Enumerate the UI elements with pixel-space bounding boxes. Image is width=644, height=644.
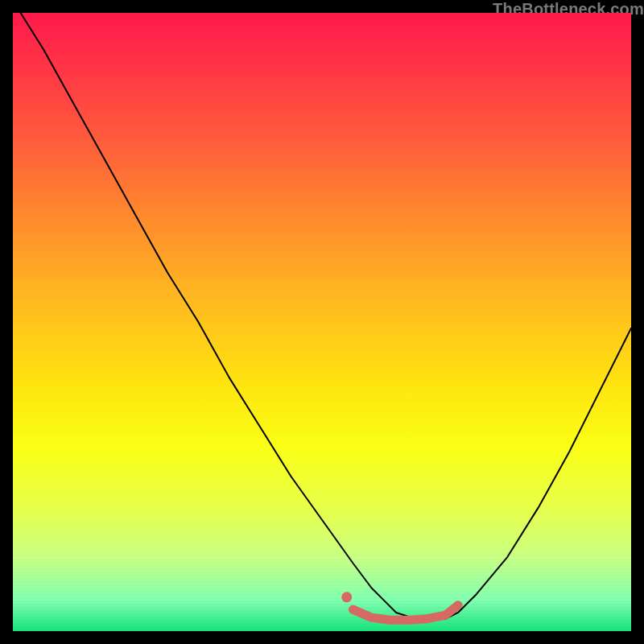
optimal-point-marker-icon	[341, 592, 352, 602]
plot-area	[13, 13, 631, 631]
chart-svg-layer	[13, 13, 631, 631]
chart-stage: TheBottleneck.com	[0, 0, 644, 644]
optimal-range-highlight	[353, 605, 458, 620]
bottleneck-curve	[13, 13, 631, 619]
